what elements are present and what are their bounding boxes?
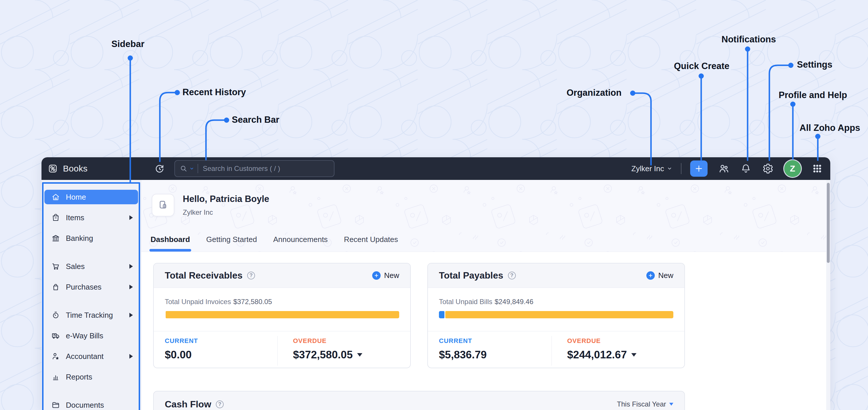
total-receivables-card: Total Receivables ? New Total Unpaid Inv…	[153, 263, 411, 368]
callout-settings: Settings	[797, 60, 832, 70]
payables-current-label: CURRENT	[439, 337, 556, 345]
plus-icon	[694, 164, 703, 173]
document-icon	[157, 199, 169, 211]
receivables-current-label: CURRENT	[165, 337, 282, 345]
callout-notifications: Notifications	[721, 34, 776, 45]
receivables-current-value: $0.00	[165, 349, 282, 361]
receivables-new-button[interactable]: New	[372, 271, 399, 280]
zoho-books-window: Books	[41, 157, 830, 410]
cash-flow-period-filter[interactable]: This Fiscal Year	[617, 400, 673, 408]
content-scrollbar[interactable]	[826, 180, 830, 410]
callout-recent-history: Recent History	[183, 87, 246, 97]
receivables-progress-bar	[165, 311, 399, 318]
new-label: New	[658, 271, 673, 280]
receivables-overdue-value: $372,580.05	[293, 349, 353, 361]
scrollbar-thumb[interactable]	[827, 183, 830, 263]
plus-circle-icon	[372, 271, 381, 280]
callout-profile-help: Profile and Help	[779, 90, 847, 100]
avatar-initial: Z	[790, 164, 795, 174]
payables-title: Total Payables	[439, 270, 503, 281]
payables-overdue-label: OVERDUE	[567, 337, 684, 345]
payables-overdue-value: $244,012.67	[567, 349, 627, 361]
help-icon[interactable]: ?	[247, 272, 255, 279]
payables-overdue-segment	[445, 311, 673, 318]
tab-recent-updates[interactable]: Recent Updates	[343, 235, 399, 252]
apps-grid-icon	[812, 163, 823, 174]
gear-icon	[763, 163, 773, 174]
tab-getting-started[interactable]: Getting Started	[206, 235, 258, 252]
main-content: Hello, Patricia Boyle Zylker Inc Dashboa…	[141, 180, 826, 410]
users-icon	[718, 163, 730, 175]
greeting-avatar-tile	[152, 194, 174, 217]
column-divider	[277, 336, 278, 366]
global-search	[174, 160, 335, 177]
profile-avatar[interactable]: Z	[784, 160, 801, 177]
sidebar-highlight-outline	[42, 182, 140, 410]
quick-create-button[interactable]	[690, 160, 708, 177]
payables-summary: Total Unpaid Bills $249,849.46	[439, 298, 673, 306]
search-scope-chevron-icon[interactable]	[189, 166, 194, 171]
history-icon	[154, 163, 165, 175]
plus-circle-icon	[646, 271, 655, 280]
cash-flow-title: Cash Flow	[165, 399, 211, 410]
help-icon[interactable]: ?	[508, 272, 516, 279]
navbar-right-cluster: Zylker Inc	[631, 157, 823, 180]
all-zoho-apps-button[interactable]	[811, 163, 823, 175]
bell-icon	[740, 163, 751, 174]
receivables-overdue-label: OVERDUE	[293, 337, 410, 345]
annotated-screenshot: Books	[0, 0, 868, 410]
tab-announcements[interactable]: Announcements	[273, 235, 329, 252]
books-logo-icon	[48, 164, 58, 174]
recent-history-button[interactable]	[153, 163, 166, 175]
organization-selector[interactable]: Zylker Inc	[631, 164, 672, 173]
receivables-overdue-segment	[166, 311, 399, 318]
receivables-header: Total Receivables ? New	[154, 263, 410, 288]
callout-sidebar: Sidebar	[112, 39, 145, 49]
dashboard-tabs: Dashboard Getting Started Announcements …	[150, 235, 399, 252]
payables-current-value: $5,836.79	[439, 349, 556, 361]
payables-summary-value: $249,849.46	[495, 298, 533, 306]
receivables-summary: Total Unpaid Invoices $372,580.05	[165, 298, 399, 306]
total-payables-card: Total Payables ? New Total Unpaid Bills	[427, 263, 685, 368]
app-name: Books	[63, 164, 88, 174]
dashboard-header: Hello, Patricia Boyle Zylker Inc Dashboa…	[141, 180, 826, 252]
cash-flow-card: Cash Flow ? This Fiscal Year	[153, 391, 685, 410]
books-logo[interactable]: Books	[48, 157, 88, 180]
payables-new-button[interactable]: New	[646, 271, 673, 280]
greeting-title: Hello, Patricia Boyle	[183, 194, 269, 204]
settings-button[interactable]	[762, 163, 774, 175]
overdue-dropdown-caret[interactable]	[631, 353, 637, 357]
overdue-dropdown-caret[interactable]	[357, 353, 362, 357]
top-navbar: Books	[41, 157, 830, 180]
users-button[interactable]	[718, 163, 730, 175]
callout-quick-create: Quick Create	[674, 61, 729, 71]
column-divider	[552, 336, 552, 366]
help-icon[interactable]: ?	[216, 401, 224, 408]
search-input[interactable]	[203, 164, 329, 172]
search-divider	[197, 164, 198, 173]
period-filter-label: This Fiscal Year	[617, 400, 666, 408]
notifications-button[interactable]	[740, 163, 752, 175]
callout-organization: Organization	[566, 88, 621, 98]
callout-all-zoho-apps: All Zoho Apps	[800, 123, 860, 133]
chevron-down-icon	[667, 166, 672, 171]
receivables-summary-value: $372,580.05	[233, 298, 272, 306]
payables-header: Total Payables ? New	[428, 263, 684, 288]
organization-name: Zylker Inc	[631, 164, 664, 173]
search-icon	[180, 164, 188, 172]
chevron-down-icon	[669, 403, 673, 406]
receivables-title: Total Receivables	[165, 270, 243, 281]
payables-current-segment	[439, 311, 444, 318]
tab-dashboard[interactable]: Dashboard	[150, 235, 191, 252]
navbar-divider	[681, 163, 681, 174]
new-label: New	[384, 271, 399, 280]
greeting-org: Zylker Inc	[183, 208, 213, 217]
callout-search-bar: Search Bar	[232, 115, 279, 125]
payables-progress-bar	[439, 311, 673, 318]
